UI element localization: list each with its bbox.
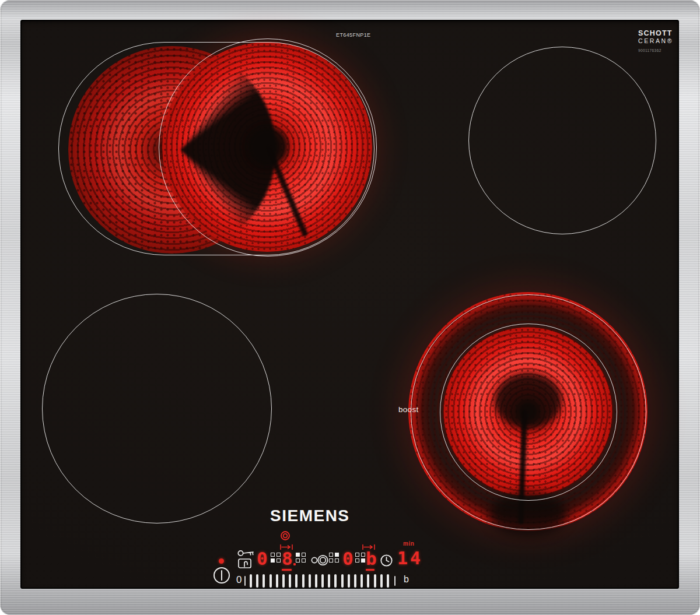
- zone-display-main[interactable]: 8: [282, 551, 293, 565]
- slider-tick[interactable]: [282, 574, 285, 588]
- slider-tick[interactable]: [334, 574, 337, 588]
- slider-tick[interactable]: [302, 574, 304, 588]
- zone-display-boost[interactable]: b: [366, 551, 377, 565]
- slider-tick[interactable]: [256, 574, 258, 588]
- slider-end-delimiter: [394, 576, 396, 586]
- boost-zone-inner-outline: [440, 324, 617, 501]
- slider-tick[interactable]: [348, 574, 350, 588]
- model-number: ET645FNP1E: [336, 32, 371, 38]
- slider-tick[interactable]: [367, 574, 369, 588]
- zone-display-left[interactable]: 0: [257, 551, 268, 565]
- oval-zone-inner-circle-outline: [159, 38, 377, 256]
- power-icon[interactable]: [212, 566, 231, 585]
- slider-tick[interactable]: [315, 574, 317, 588]
- slider-tick[interactable]: [354, 574, 356, 588]
- double-ring-icon: [280, 530, 290, 541]
- slider-tick[interactable]: [374, 574, 376, 588]
- clock-icon[interactable]: [380, 554, 393, 567]
- siemens-logo: SIEMENS: [270, 507, 350, 525]
- ceran-logo-line: CERAN®: [638, 37, 673, 44]
- slider-tick[interactable]: [328, 574, 330, 588]
- slider-tick[interactable]: [276, 574, 278, 588]
- key-touch-icon[interactable]: [237, 548, 257, 570]
- circle-pair-icon[interactable]: [310, 554, 330, 566]
- decimal-dot: [293, 563, 296, 565]
- selected-zone-underline: [282, 569, 292, 571]
- slider-tick[interactable]: [387, 574, 389, 588]
- rear-right-zone-outline: [468, 47, 656, 234]
- front-left-zone-outline: [42, 294, 272, 523]
- quad-position-icon: [355, 553, 365, 563]
- slider-tick[interactable]: [270, 574, 272, 588]
- schott-logo-line: SCHOTT: [638, 29, 673, 37]
- slider-tick[interactable]: [289, 574, 291, 588]
- slider-tick[interactable]: [321, 574, 324, 588]
- zone-display-right[interactable]: 0: [342, 551, 354, 565]
- timer-display: 14: [397, 551, 423, 565]
- slider-min-label: 0: [236, 574, 242, 586]
- slider-tick[interactable]: [360, 574, 363, 588]
- slider-tick[interactable]: [250, 574, 252, 588]
- glass-serial-number: 9001176362: [638, 48, 673, 52]
- quad-position-icon: [329, 553, 339, 563]
- timer-unit-label: min: [403, 540, 414, 547]
- boost-label: boost: [398, 405, 419, 414]
- slider-ticks[interactable]: [250, 574, 389, 588]
- schott-ceran-logo: SCHOTT CERAN® 9001176362: [638, 29, 673, 53]
- slider-tick[interactable]: [262, 574, 265, 588]
- slider-start-delimiter: [244, 576, 246, 586]
- slider-tick[interactable]: [309, 574, 311, 588]
- slider-tick[interactable]: [380, 574, 383, 588]
- quad-position-icon: [271, 553, 281, 563]
- selected-zone-underline: [366, 569, 374, 571]
- slider-tick[interactable]: [295, 574, 298, 588]
- red-dot-indicator: [219, 558, 224, 564]
- hob-frame: boost ET645FNP1E SCHOTT CERAN® 900117636…: [0, 0, 700, 615]
- slider-max-label: b: [404, 574, 409, 585]
- quad-position-icon: [296, 553, 306, 563]
- slider-tick[interactable]: [341, 574, 344, 588]
